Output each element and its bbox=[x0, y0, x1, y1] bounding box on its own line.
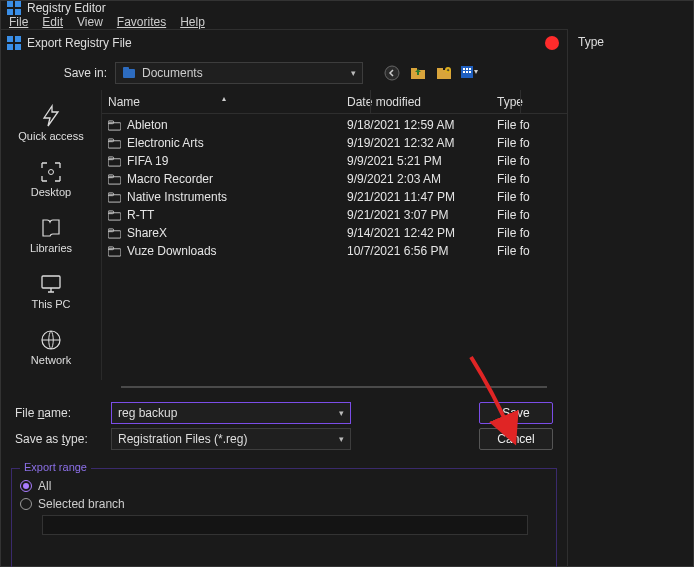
svg-rect-5 bbox=[15, 36, 21, 42]
svg-point-10 bbox=[385, 66, 399, 80]
radio-selected-branch[interactable]: Selected branch bbox=[20, 497, 548, 511]
save-in-value: Documents bbox=[142, 66, 203, 80]
file-type: File fo bbox=[497, 154, 561, 168]
file-type: File fo bbox=[497, 208, 561, 222]
file-row[interactable]: Ableton9/18/2021 12:59 AMFile fo bbox=[102, 116, 567, 134]
save-as-type-dropdown[interactable]: Registration Files (*.reg) ▾ bbox=[111, 428, 351, 450]
file-type: File fo bbox=[497, 118, 561, 132]
svg-rect-8 bbox=[123, 69, 135, 78]
place-quick-access[interactable]: Quick access bbox=[6, 96, 96, 150]
folder-icon bbox=[108, 192, 121, 203]
cancel-button[interactable]: Cancel bbox=[479, 428, 553, 450]
file-row[interactable]: Vuze Downloads10/7/2021 6:56 PMFile fo bbox=[102, 242, 567, 260]
file-name: Vuze Downloads bbox=[127, 244, 217, 258]
horizontal-scrollbar[interactable] bbox=[121, 386, 547, 388]
radio-icon bbox=[20, 498, 32, 510]
svg-rect-28 bbox=[108, 120, 114, 123]
export-dialog: Export Registry File Save in: Documents … bbox=[1, 29, 567, 567]
file-name: Electronic Arts bbox=[127, 136, 204, 150]
right-col-type[interactable]: Type bbox=[578, 35, 683, 49]
folder-icon bbox=[108, 120, 121, 131]
svg-rect-4 bbox=[7, 36, 13, 42]
dialog-title: Export Registry File bbox=[27, 36, 132, 50]
menu-file[interactable]: File bbox=[9, 15, 28, 29]
svg-rect-9 bbox=[123, 67, 129, 70]
svg-rect-14 bbox=[437, 68, 443, 71]
lightning-icon bbox=[39, 104, 63, 128]
documents-icon bbox=[122, 67, 136, 79]
up-one-level-button[interactable] bbox=[409, 64, 427, 82]
svg-rect-25 bbox=[42, 276, 60, 288]
selected-branch-input[interactable] bbox=[42, 515, 528, 535]
svg-rect-19 bbox=[466, 68, 468, 70]
dialog-title-bar: Export Registry File bbox=[1, 30, 567, 56]
col-name[interactable]: Name bbox=[108, 95, 347, 109]
file-name: Macro Recorder bbox=[127, 172, 213, 186]
svg-rect-20 bbox=[469, 68, 471, 70]
file-row[interactable]: ShareX9/14/2021 12:42 PMFile fo bbox=[102, 224, 567, 242]
file-row[interactable]: FIFA 199/9/2021 5:21 PMFile fo bbox=[102, 152, 567, 170]
menu-view[interactable]: View bbox=[77, 15, 103, 29]
file-date: 9/14/2021 12:42 PM bbox=[347, 226, 497, 240]
file-name: R-TT bbox=[127, 208, 154, 222]
export-range-legend: Export range bbox=[20, 461, 91, 473]
file-date: 10/7/2021 6:56 PM bbox=[347, 244, 497, 258]
save-button[interactable]: Save bbox=[479, 402, 553, 424]
registry-editor-window: Registry Editor File Edit View Favorites… bbox=[0, 0, 694, 567]
svg-rect-23 bbox=[469, 71, 471, 73]
chevron-down-icon[interactable]: ▾ bbox=[339, 434, 344, 444]
globe-icon bbox=[39, 328, 63, 352]
folder-icon bbox=[108, 174, 121, 185]
menu-favorites[interactable]: Favorites bbox=[117, 15, 166, 29]
save-in-label: Save in: bbox=[11, 66, 107, 80]
sort-indicator-icon: ▴ bbox=[222, 94, 226, 103]
file-date: 9/9/2021 5:21 PM bbox=[347, 154, 497, 168]
registry-editor-icon bbox=[7, 36, 21, 50]
filename-input[interactable]: reg backup ▾ bbox=[111, 402, 351, 424]
col-type[interactable]: Type bbox=[497, 95, 561, 109]
svg-text:✦: ✦ bbox=[446, 67, 450, 73]
book-icon bbox=[39, 216, 63, 240]
save-in-dropdown[interactable]: Documents ▾ bbox=[115, 62, 363, 84]
file-date: 9/19/2021 12:32 AM bbox=[347, 136, 497, 150]
back-button[interactable] bbox=[383, 64, 401, 82]
registry-right-pane: Type bbox=[567, 29, 693, 567]
folder-icon bbox=[108, 138, 121, 149]
svg-rect-0 bbox=[7, 1, 13, 7]
radio-icon bbox=[20, 480, 32, 492]
place-this-pc[interactable]: This PC bbox=[6, 264, 96, 318]
app-title-bar: Registry Editor bbox=[1, 1, 693, 15]
file-row[interactable]: R-TT9/21/2021 3:07 PMFile fo bbox=[102, 206, 567, 224]
desktop-scan-icon bbox=[39, 160, 63, 184]
folder-icon bbox=[108, 246, 121, 257]
file-date: 9/18/2021 12:59 AM bbox=[347, 118, 497, 132]
chevron-down-icon[interactable]: ▾ bbox=[339, 408, 344, 418]
file-type: File fo bbox=[497, 136, 561, 150]
svg-rect-7 bbox=[15, 44, 21, 50]
svg-rect-22 bbox=[466, 71, 468, 73]
svg-rect-21 bbox=[463, 71, 465, 73]
menu-help[interactable]: Help bbox=[180, 15, 205, 29]
svg-point-24 bbox=[49, 170, 54, 175]
save-as-type-label: Save as type: bbox=[15, 432, 103, 446]
filename-label: File name: bbox=[15, 406, 103, 420]
menu-edit[interactable]: Edit bbox=[42, 15, 63, 29]
view-menu-button[interactable] bbox=[461, 64, 479, 82]
file-row[interactable]: Native Instruments9/21/2021 11:47 PMFile… bbox=[102, 188, 567, 206]
file-name: ShareX bbox=[127, 226, 167, 240]
chevron-down-icon: ▾ bbox=[351, 68, 356, 78]
file-type: File fo bbox=[497, 244, 561, 258]
svg-rect-12 bbox=[411, 68, 417, 71]
place-desktop[interactable]: Desktop bbox=[6, 152, 96, 206]
radio-all[interactable]: All bbox=[20, 479, 548, 493]
place-network[interactable]: Network bbox=[6, 320, 96, 374]
file-row[interactable]: Macro Recorder9/9/2021 2:03 AMFile fo bbox=[102, 170, 567, 188]
svg-rect-18 bbox=[463, 68, 465, 70]
file-name: Native Instruments bbox=[127, 190, 227, 204]
save-in-row: Save in: Documents ▾ ✦ bbox=[1, 56, 567, 90]
place-libraries[interactable]: Libraries bbox=[6, 208, 96, 262]
registry-editor-icon bbox=[7, 1, 21, 15]
new-folder-button[interactable]: ✦ bbox=[435, 64, 453, 82]
svg-rect-6 bbox=[7, 44, 13, 50]
file-row[interactable]: Electronic Arts9/19/2021 12:32 AMFile fo bbox=[102, 134, 567, 152]
